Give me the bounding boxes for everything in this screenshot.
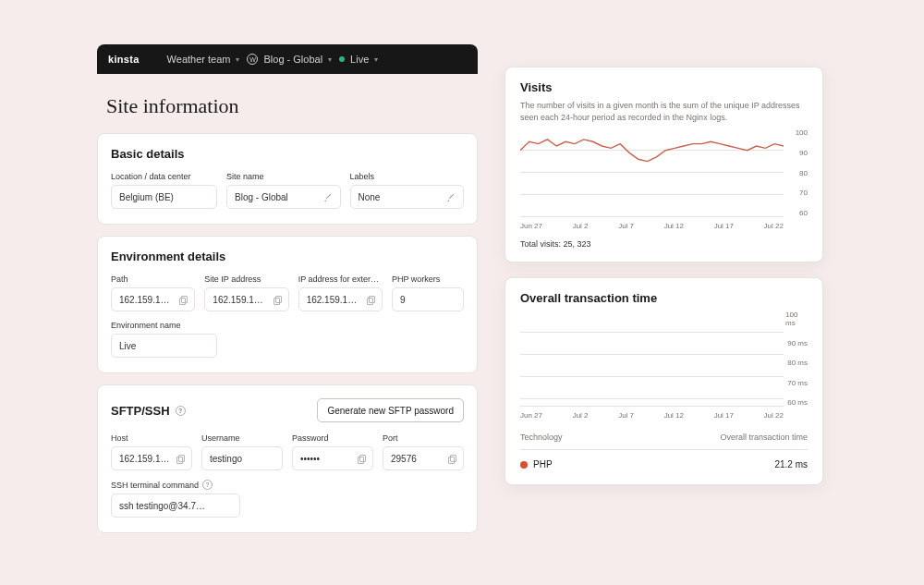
path-input[interactable]: 162.159.134.42 [111, 287, 195, 311]
sshcmd-label: SSH terminal command [111, 481, 199, 490]
username-input[interactable]: testingo [201, 446, 283, 470]
tech-value: 21.2 ms [774, 459, 808, 469]
visits-heading: Visits [520, 80, 808, 94]
transaction-card: Overall transaction time 100 ms90 ms80 m… [505, 277, 823, 485]
color-dot-icon [520, 461, 528, 469]
generate-sftp-password-button[interactable]: Generate new SFTP password [317, 398, 464, 422]
password-input[interactable]: •••••• [292, 446, 373, 470]
chevron-down-icon: ▾ [236, 55, 239, 64]
siteip-label: Site IP address [204, 274, 288, 284]
wordpress-icon: W [247, 54, 258, 65]
path-label: Path [111, 274, 195, 284]
envname-label: Environment name [111, 321, 217, 330]
page-title: Site information [106, 94, 478, 118]
tech-row-php: PHP 21.2 ms [520, 450, 808, 471]
transaction-heading: Overall transaction time [520, 291, 808, 305]
sftp-card: SFTP/SSH ? Generate new SFTP password Ho… [97, 384, 478, 533]
logo: kinsta [108, 54, 140, 65]
sitename-label: Site name [226, 172, 341, 181]
location-label: Location / data center [111, 172, 217, 181]
chevron-down-icon: ▾ [328, 55, 332, 64]
siteip-input[interactable]: 162.159.134.42 [204, 287, 288, 311]
edit-icon [324, 193, 333, 201]
status-dot-icon [339, 56, 345, 62]
env-name: Live [350, 54, 369, 65]
visits-desc: The number of visits in a given month is… [520, 100, 808, 123]
visits-card: Visits The number of visits in a given m… [505, 67, 823, 262]
basic-details-heading: Basic details [111, 147, 464, 161]
time-col-head: Overall transaction time [720, 433, 808, 442]
envname-input: Live [111, 334, 217, 358]
username-label: Username [201, 433, 283, 443]
tech-col-head: Technology [520, 433, 563, 442]
password-label: Password [292, 433, 373, 443]
env-switcher[interactable]: Live ▾ [339, 54, 378, 65]
port-input[interactable]: 29576 [383, 446, 464, 470]
team-switcher[interactable]: Weather team ▾ [167, 54, 240, 65]
location-value: Belgium (BE) [111, 185, 217, 209]
sitename-input[interactable]: Blog - Global [226, 185, 341, 209]
help-icon[interactable]: ? [202, 480, 213, 490]
visits-chart: 10090807060 Jun 27Jul 2Jul 7Jul 12Jul 17… [520, 128, 808, 230]
copy-icon[interactable] [367, 296, 374, 304]
site-name: Blog - Global [263, 54, 322, 65]
copy-icon[interactable] [274, 296, 281, 304]
transaction-chart: 100 ms90 ms80 ms70 ms60 ms Jun 27Jul 2Ju… [520, 311, 808, 420]
labels-label: Labels [350, 172, 465, 181]
help-icon[interactable]: ? [176, 406, 186, 416]
edit-icon [447, 193, 456, 201]
sftp-heading: SFTP/SSH [111, 404, 170, 418]
extip-input[interactable]: 162.159.134.42 [298, 287, 383, 311]
host-label: Host [111, 433, 192, 443]
topbar: kinsta Weather team ▾ W Blog - Global ▾ … [97, 44, 478, 74]
env-heading: Environment details [111, 250, 464, 263]
phpw-label: PHP workers [392, 274, 464, 284]
port-label: Port [383, 433, 464, 443]
labels-input[interactable]: None [350, 185, 465, 209]
host-input[interactable]: 162.159.134.42 [111, 446, 192, 470]
basic-details-card: Basic details Location / data center Bel… [97, 133, 478, 225]
copy-icon[interactable] [358, 455, 365, 463]
copy-icon[interactable] [179, 296, 187, 304]
phpw-input: 9 [392, 287, 464, 311]
extip-label: IP address for external connections [298, 274, 383, 284]
visits-total: Total visits: 25, 323 [520, 239, 808, 249]
environment-details-card: Environment details Path 162.159.134.42 … [97, 236, 478, 373]
sshcmd-input[interactable]: ssh testingo@34.7… [111, 494, 240, 518]
team-name: Weather team [167, 54, 231, 65]
copy-icon[interactable] [176, 455, 184, 463]
copy-icon[interactable] [448, 455, 456, 463]
site-switcher[interactable]: W Blog - Global ▾ [247, 54, 332, 65]
chevron-down-icon: ▾ [374, 55, 378, 64]
